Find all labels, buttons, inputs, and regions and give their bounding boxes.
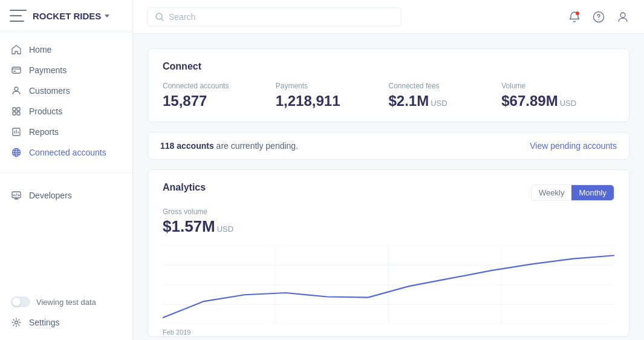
pending-text-suffix: are currently pending. [214,141,298,151]
sidebar-item-connected-label: Connected accounts [29,148,106,157]
analytics-card: Analytics Weekly Monthly Gross volume $1… [148,169,629,337]
svg-point-13 [576,11,579,15]
chart-x-label-2 [389,329,502,336]
secondary-nav: Developers [0,178,132,211]
stat-volume-value: $67.89MUSD [501,93,614,110]
sidebar-item-connected-accounts[interactable]: Connected accounts [0,142,132,163]
svg-point-16 [620,13,625,18]
test-data-label: Viewing test data [36,298,96,307]
stat-payments-label: Payments [276,82,389,90]
stat-connected-fees: Connected fees $2.1MUSD [389,82,502,110]
customers-icon [11,85,22,96]
sidebar-item-customers-label: Customers [29,86,70,96]
hamburger-icon [10,10,27,22]
test-data-toggle-row[interactable]: Viewing test data [0,292,132,312]
stat-payments: Payments 1,218,911 [276,82,389,110]
sidebar-item-reports-label: Reports [29,127,59,137]
payments-icon [11,65,22,76]
stat-connected-accounts-label: Connected accounts [163,82,276,90]
main-area: Search [133,0,644,340]
sidebar-item-customers[interactable]: Customers [0,80,132,101]
stat-connected-fees-label: Connected fees [389,82,502,90]
stat-connected-accounts-value: 15,877 [163,93,276,110]
analytics-title: Analytics [163,182,206,193]
home-icon [11,44,22,55]
search-placeholder: Search [169,12,195,22]
chart-x-label-1 [276,329,389,336]
stat-payments-value: 1,218,911 [276,93,389,110]
sidebar-item-home[interactable]: Home [0,39,132,60]
connect-card-title: Connect [163,61,614,72]
globe-icon [11,147,22,158]
test-data-toggle[interactable] [11,296,30,307]
nav-divider [0,172,132,173]
gross-volume-value: $1.57MUSD [163,217,614,236]
search-icon [155,13,164,21]
sidebar-item-payments-label: Payments [29,65,67,75]
chart-x-label-0: Feb 2019 [163,329,276,336]
svg-rect-1 [13,71,16,72]
sidebar-item-developers-label: Developers [29,191,72,200]
content-area: Connect Connected accounts 15,877 Paymen… [133,34,644,340]
chart-svg [163,246,614,324]
gross-volume-label: Gross volume [163,208,614,216]
svg-point-15 [598,19,599,20]
monthly-toggle-button[interactable]: Monthly [571,185,614,200]
stat-connected-fees-value: $2.1MUSD [389,93,502,110]
connect-stats-row: Connected accounts 15,877 Payments 1,218… [163,82,614,110]
svg-rect-0 [12,67,21,73]
chart-x-labels: Feb 2019 [163,326,614,336]
svg-rect-4 [17,108,20,111]
sidebar-item-payments[interactable]: Payments [0,60,132,80]
pending-banner: 118 accounts are currently pending. View… [148,132,629,160]
analytics-header: Analytics Weekly Monthly [163,182,614,203]
topbar: Search [133,0,644,34]
stat-connected-accounts: Connected accounts 15,877 [163,82,276,110]
stat-volume: Volume $67.89MUSD [501,82,614,110]
sidebar: ROCKET RIDES Home Payments [0,0,133,340]
svg-point-2 [15,87,18,91]
weekly-toggle-button[interactable]: Weekly [532,185,571,200]
sidebar-item-products[interactable]: Products [0,101,132,122]
svg-rect-3 [13,108,16,111]
topbar-actions [568,10,629,24]
main-nav: Home Payments Customers [0,32,132,168]
svg-rect-5 [13,112,16,115]
sidebar-item-settings[interactable]: Settings [0,312,132,333]
sidebar-item-developers[interactable]: Developers [0,185,132,206]
analytics-toggle-group: Weekly Monthly [531,185,614,201]
developers-icon [11,190,22,201]
brand-chevron-icon [105,15,109,18]
svg-point-11 [15,321,18,324]
sidebar-item-home-label: Home [29,45,51,54]
notification-icon[interactable] [568,10,581,24]
svg-rect-6 [17,112,20,115]
products-icon [11,106,22,117]
search-box[interactable]: Search [148,7,402,27]
sidebar-item-products-label: Products [29,106,62,116]
pending-text: 118 accounts are currently pending. [160,141,298,151]
settings-icon [11,317,22,328]
chart-x-label-3 [501,329,614,336]
stat-volume-label: Volume [501,82,614,90]
reports-icon [11,126,22,137]
brand-name: ROCKET RIDES [33,11,101,21]
sidebar-bottom: Viewing test data Settings [0,284,132,340]
pending-count: 118 accounts [160,141,214,151]
view-pending-link[interactable]: View pending accounts [530,141,617,151]
sidebar-item-settings-label: Settings [29,318,60,327]
user-icon[interactable] [616,10,629,24]
help-icon[interactable] [592,10,605,24]
analytics-chart: Feb 2019 [163,246,614,324]
sidebar-item-reports[interactable]: Reports [0,122,132,142]
connect-card: Connect Connected accounts 15,877 Paymen… [148,48,629,122]
brand-header[interactable]: ROCKET RIDES [0,0,132,32]
